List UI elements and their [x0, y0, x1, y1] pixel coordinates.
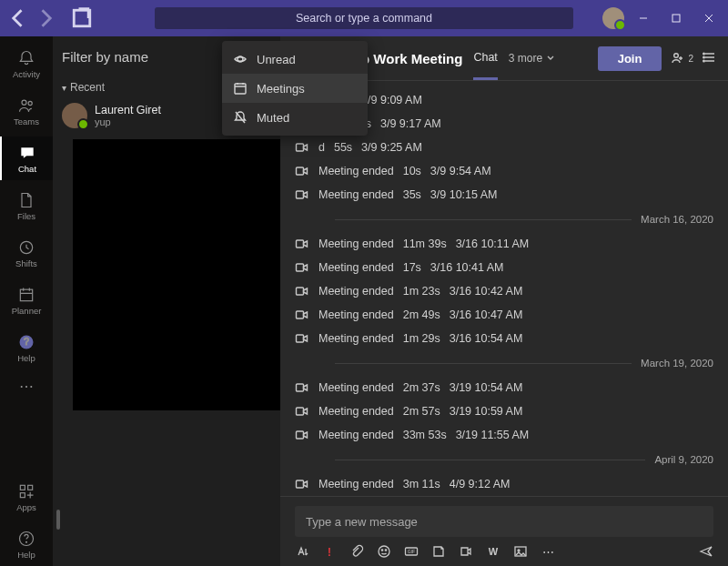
svg-point-12: [26, 541, 27, 542]
format-icon[interactable]: [295, 544, 309, 559]
rail-apps[interactable]: Apps: [0, 475, 53, 519]
compose-toolbar: ! GIF W ⋯: [295, 544, 713, 559]
event-duration: 2m 49s: [403, 308, 440, 321]
meeting-ended-row: d55s3/9 9:25 AM: [280, 136, 728, 159]
contact-avatar: [62, 103, 87, 128]
event-timestamp: 3/9 10:15 AM: [430, 188, 498, 201]
svg-text:?: ?: [24, 337, 29, 347]
image-icon[interactable]: [513, 544, 528, 559]
meeting-ended-row: Meeting ended17s3/16 10:41 AM: [280, 256, 728, 279]
rail-overflow[interactable]: ⋯: [0, 373, 53, 399]
meeting-ended-row: Meeting ended3m 11s4/9 9:12 AM: [280, 472, 728, 496]
svg-point-16: [703, 56, 705, 58]
scrollbar-thumb[interactable]: [56, 510, 60, 530]
list-view-button[interactable]: [703, 50, 717, 67]
event-timestamp: 3/9 9:25 AM: [361, 141, 422, 154]
rail-help-top[interactable]: ?Help: [0, 326, 53, 369]
attach-icon[interactable]: [349, 544, 364, 559]
camera-icon: [295, 404, 309, 419]
event-timestamp: 3/19 10:59 AM: [450, 405, 523, 418]
title-bar: Search or type a command: [0, 0, 728, 36]
tab-chat[interactable]: Chat: [473, 51, 497, 66]
app-rail: Activity Teams Chat Files Shifts Planner…: [0, 36, 53, 566]
event-timestamp: 3/9 9:54 AM: [430, 165, 491, 177]
event-timestamp: 3/16 10:54 AM: [450, 332, 523, 345]
event-text: Meeting ended: [318, 478, 394, 490]
maximize-button[interactable]: [662, 5, 690, 31]
rail-planner[interactable]: Planner: [0, 278, 53, 322]
svg-rect-25: [297, 288, 304, 295]
svg-rect-23: [297, 240, 304, 248]
rail-help-bottom[interactable]: Help: [0, 522, 53, 566]
event-timestamp: 3/16 10:11 AM: [456, 238, 530, 250]
date-divider: March 19, 2020: [280, 350, 728, 376]
menu-muted[interactable]: Muted: [222, 103, 368, 132]
rail-chat[interactable]: Chat: [0, 136, 53, 180]
event-timestamp: 4/9 9:12 AM: [450, 478, 511, 490]
date-divider: March 16, 2020: [280, 207, 728, 232]
event-timestamp: 3/16 10:42 AM: [450, 285, 523, 298]
svg-point-33: [381, 550, 382, 551]
close-window-button[interactable]: [695, 5, 723, 31]
send-button[interactable]: [699, 544, 713, 559]
svg-rect-5: [20, 289, 32, 301]
svg-rect-26: [297, 311, 304, 318]
join-button[interactable]: Join: [598, 46, 662, 71]
gif-icon[interactable]: GIF: [404, 544, 419, 559]
more-compose-icon[interactable]: ⋯: [541, 544, 555, 559]
camera-icon: [295, 380, 309, 395]
svg-rect-29: [297, 408, 304, 415]
menu-label: Muted: [257, 111, 289, 125]
event-duration: 55s: [334, 141, 352, 154]
meeting-ended-row: Meeting ended33m 53s3/19 11:55 AM: [280, 423, 728, 447]
compose-area: Type a new message ! GIF W ⋯: [280, 496, 728, 566]
message-input[interactable]: Type a new message: [295, 506, 713, 537]
minimize-button[interactable]: [630, 5, 657, 31]
svg-rect-40: [235, 84, 246, 94]
message-feed[interactable]: d39s3/9 9:09 AMd1m 55s3/9 9:17 AMd55s3/9…: [280, 81, 728, 496]
camera-icon: [295, 237, 309, 251]
date-divider: April 9, 2020: [280, 447, 728, 472]
rail-files[interactable]: Files: [0, 184, 53, 227]
svg-rect-27: [297, 335, 304, 342]
emoji-icon[interactable]: [377, 544, 391, 559]
event-duration: 10s: [403, 165, 421, 177]
event-text: Meeting ended: [318, 308, 394, 321]
rail-teams[interactable]: Teams: [0, 89, 53, 133]
camera-icon: [295, 284, 309, 298]
svg-rect-31: [297, 480, 304, 488]
rail-shifts[interactable]: Shifts: [0, 231, 53, 275]
nav-back-button[interactable]: [5, 5, 31, 31]
svg-rect-22: [297, 191, 304, 198]
event-text: Meeting ended: [318, 429, 394, 441]
profile-avatar[interactable]: [602, 7, 624, 29]
camera-icon: [295, 164, 309, 178]
nav-forward-button[interactable]: [33, 5, 58, 31]
svg-point-38: [518, 550, 520, 551]
participants-button[interactable]: 2: [671, 51, 693, 66]
meetnow-icon[interactable]: [459, 544, 473, 559]
event-timestamp: 3/19 10:54 AM: [450, 381, 523, 394]
stream-icon[interactable]: W: [486, 544, 500, 559]
rail-activity[interactable]: Activity: [0, 42, 53, 86]
search-placeholder: Search or type a command: [296, 12, 432, 25]
contact-name: Laurent Giret: [95, 104, 161, 116]
date-label: April 9, 2020: [654, 454, 713, 465]
menu-meetings[interactable]: Meetings: [222, 74, 368, 103]
svg-rect-8: [20, 485, 25, 490]
new-window-button[interactable]: [69, 5, 95, 31]
event-duration: 2m 57s: [403, 405, 440, 418]
svg-point-32: [379, 546, 389, 557]
event-timestamp: 3/16 10:47 AM: [450, 308, 523, 321]
search-input[interactable]: Search or type a command: [155, 7, 573, 29]
sticker-icon[interactable]: [431, 544, 446, 559]
menu-unread[interactable]: Unread: [222, 45, 368, 74]
priority-icon[interactable]: !: [322, 544, 337, 559]
svg-rect-24: [297, 264, 304, 271]
svg-point-2: [22, 100, 26, 105]
meeting-ended-row: Meeting ended35s3/9 10:15 AM: [280, 183, 728, 207]
event-timestamp: 3/9 9:17 AM: [380, 117, 441, 130]
tab-more[interactable]: 3 more: [509, 52, 555, 65]
filter-input[interactable]: Filter by name: [62, 49, 235, 65]
event-duration: 3m 11s: [403, 478, 440, 490]
